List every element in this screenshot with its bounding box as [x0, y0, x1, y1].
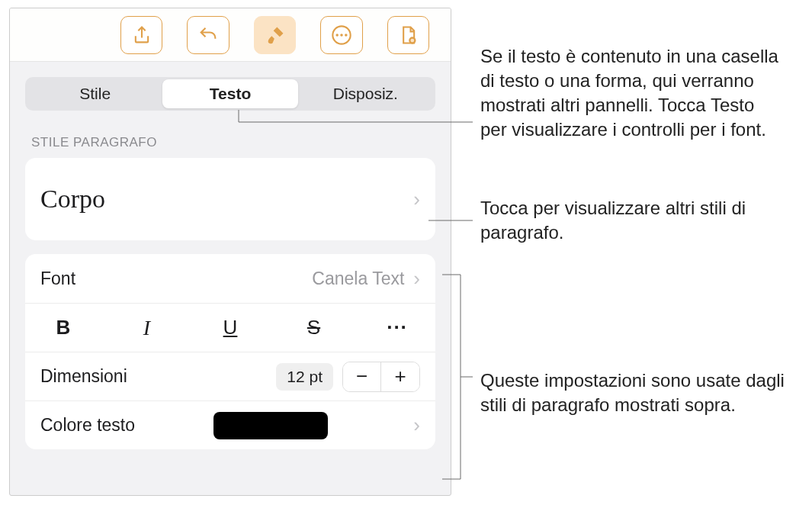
chevron-right-icon: › — [413, 267, 420, 291]
italic-button[interactable]: I — [132, 316, 162, 340]
chevron-right-icon: › — [413, 413, 420, 437]
size-stepper: − + — [342, 362, 420, 392]
format-button[interactable] — [254, 16, 296, 54]
size-row: Dimensioni 12 pt − + — [25, 352, 435, 400]
font-label: Font — [40, 269, 75, 289]
font-value: Canela Text — [312, 269, 404, 289]
undo-icon — [197, 24, 219, 46]
text-settings-card: Font Canela Text › B I U S ··· Dimension… — [25, 254, 435, 449]
color-label: Colore testo — [40, 415, 135, 436]
inspector-tabs: Stile Testo Disposiz. — [25, 77, 435, 111]
share-button[interactable] — [120, 16, 162, 54]
callout-paragraph-styles: Tocca per visualizzare altri stili di pa… — [480, 196, 785, 245]
format-panel: Stile Testo Disposiz. STILE PARAGRAFO Co… — [9, 8, 451, 496]
callout-settings: Queste impostazioni sono usate dagli sti… — [480, 368, 785, 417]
bold-button[interactable]: B — [48, 316, 79, 339]
share-icon — [131, 24, 152, 46]
size-label: Dimensioni — [40, 366, 127, 387]
font-row[interactable]: Font Canela Text › — [25, 254, 435, 303]
color-swatch[interactable] — [213, 412, 328, 439]
paragraph-style-card: Corpo › — [25, 158, 435, 240]
top-toolbar — [10, 8, 451, 62]
svg-point-1 — [335, 34, 339, 37]
more-icon — [331, 24, 352, 46]
color-row[interactable]: Colore testo › — [25, 400, 435, 449]
tab-style[interactable]: Stile — [27, 79, 162, 108]
strikethrough-button[interactable]: S — [299, 316, 329, 339]
paragraph-style-name: Corpo — [40, 185, 105, 214]
size-decrease-button[interactable]: − — [343, 362, 381, 391]
document-icon — [397, 24, 419, 46]
callout-tabs: Se il testo è contenuto in una casella d… — [480, 44, 785, 142]
segmented-control-wrap: Stile Testo Disposiz. — [10, 62, 451, 111]
underline-button[interactable]: U — [215, 316, 246, 339]
chevron-right-icon: › — [413, 188, 420, 211]
paragraph-style-header: STILE PARAGRAFO — [10, 111, 451, 158]
brush-icon — [265, 24, 286, 46]
paragraph-style-row[interactable]: Corpo › — [25, 158, 435, 240]
more-text-options-button[interactable]: ··· — [382, 316, 412, 339]
more-button[interactable] — [320, 16, 362, 54]
svg-point-5 — [411, 38, 415, 42]
tab-text[interactable]: Testo — [162, 79, 297, 108]
svg-point-3 — [345, 34, 348, 37]
text-style-row: B I U S ··· — [25, 303, 435, 352]
size-value[interactable]: 12 pt — [276, 363, 333, 391]
undo-button[interactable] — [187, 16, 229, 54]
size-increase-button[interactable]: + — [381, 362, 419, 391]
document-button[interactable] — [387, 16, 429, 54]
svg-point-2 — [340, 34, 343, 37]
tab-layout[interactable]: Disposiz. — [298, 79, 433, 108]
